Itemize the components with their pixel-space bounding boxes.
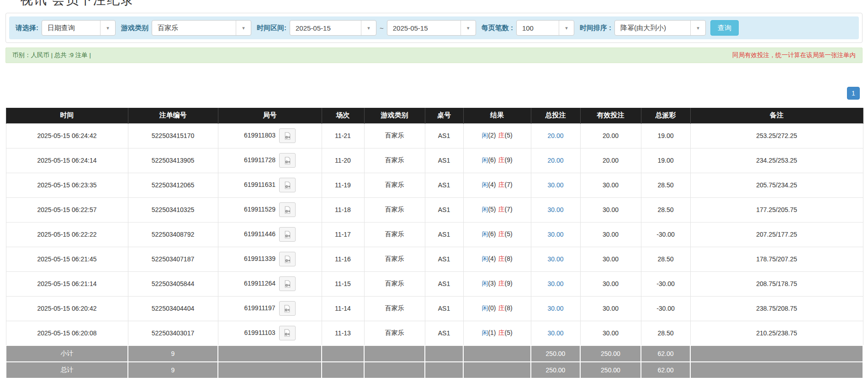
cell-time: 2025-05-15 06:20:08	[6, 321, 128, 345]
page-title: 视讯 会员下注纪录	[20, 0, 863, 6]
query-type-select[interactable]: 日期查询 ▾	[42, 20, 116, 36]
total-bet-link[interactable]: 20.00	[547, 157, 563, 164]
chevron-down-icon: ▾	[460, 21, 476, 35]
header-result: 结果	[463, 108, 531, 123]
cell-game-type: 百家乐	[364, 247, 425, 271]
empty-cell	[463, 362, 531, 378]
result-player-label: 闲	[482, 230, 488, 238]
cell-table-no: AS1	[425, 148, 463, 173]
total-row: 总计 9 250.00 250.00 62.00	[6, 362, 863, 378]
notice-text: 同局有效投注，统一计算在该局第一张注单内	[732, 51, 856, 59]
result-player-label: 闲	[482, 132, 488, 139]
page-size-select[interactable]: 100 ▾	[516, 20, 574, 36]
total-bet-link[interactable]: 30.00	[547, 280, 563, 287]
cell-result: 闲(2)庄(5)	[463, 123, 531, 148]
game-type-select[interactable]: 百家乐 ▾	[152, 20, 251, 36]
result-player-value: (2)	[488, 132, 496, 139]
result-banker-label: 庄	[498, 329, 505, 336]
cell-table-no: AS1	[425, 197, 463, 222]
cell-time: 2025-05-15 06:24:14	[6, 148, 128, 173]
empty-cell	[425, 345, 463, 362]
result-banker-value: (5)	[505, 132, 513, 139]
page-container: 视讯 会员下注纪录 请选择: 日期查询 ▾ 游戏类别 百家乐 ▾ 时间区间: 2…	[0, 0, 868, 379]
video-replay-button[interactable]	[279, 326, 296, 340]
cell-bet-id: 522503415170	[128, 123, 218, 148]
cell-bet-id: 522503412065	[128, 173, 218, 197]
date-from-select[interactable]: 2025-05-15 ▾	[290, 20, 376, 36]
cell-valid-bet: 20.00	[580, 123, 641, 148]
total-bet-link[interactable]: 30.00	[547, 181, 563, 189]
total-bet-link[interactable]: 30.00	[547, 329, 563, 337]
total-bet-link[interactable]: 30.00	[547, 231, 563, 238]
subtotal-row: 小计 9 250.00 250.00 62.00	[6, 345, 863, 362]
video-replay-button[interactable]	[279, 227, 296, 242]
date-to-select[interactable]: 2025-05-15 ▾	[387, 20, 476, 36]
pagination-page-1[interactable]: 1	[847, 87, 860, 100]
cell-round-id: 619911103	[218, 321, 322, 345]
cell-game-type: 百家乐	[364, 173, 425, 197]
total-bet-link[interactable]: 30.00	[547, 206, 563, 213]
video-replay-button[interactable]	[279, 202, 296, 217]
total-bet-link[interactable]: 20.00	[547, 132, 563, 139]
total-payout: 62.00	[641, 362, 690, 378]
video-replay-button[interactable]	[279, 128, 296, 143]
table-row: 2025-05-15 06:20:08522503403017619911103…	[6, 321, 863, 345]
result-banker-label: 庄	[498, 230, 505, 238]
total-count: 9	[128, 362, 218, 378]
total-bet-link[interactable]: 30.00	[547, 255, 563, 263]
video-replay-button[interactable]	[279, 276, 296, 291]
result-banker-label: 庄	[498, 280, 505, 287]
result-player-label: 闲	[482, 280, 488, 287]
cell-total-bet: 30.00	[531, 271, 580, 296]
result-player-value: (4)	[488, 255, 496, 262]
cell-game-type: 百家乐	[364, 148, 425, 173]
table-row: 2025-05-15 06:24:42522503415170619911803…	[6, 123, 863, 148]
total-valid-bet: 250.00	[580, 362, 641, 378]
cell-time: 2025-05-15 06:20:42	[6, 296, 128, 321]
video-replay-button[interactable]	[279, 153, 296, 168]
round-id-text: 619911529	[244, 206, 275, 213]
subtotal-count: 9	[128, 345, 218, 362]
result-banker-value: (5)	[505, 230, 513, 238]
cell-bet-id: 522503410325	[128, 197, 218, 222]
summary-bar: 币别：人民币 | 总共 :9 注单 | 同局有效投注，统一计算在该局第一张注单内	[5, 48, 863, 63]
cell-note: 234.25/253.25	[690, 148, 863, 173]
search-button[interactable]: 查询	[710, 20, 739, 36]
empty-cell	[425, 362, 463, 378]
video-file-icon	[284, 255, 291, 263]
result-banker-label: 庄	[498, 132, 505, 139]
cell-round-id: 619911264	[218, 271, 322, 296]
chevron-down-icon: ▾	[100, 21, 115, 35]
cell-payout: 28.50	[641, 247, 690, 271]
table-row: 2025-05-15 06:22:22522503408792619911446…	[6, 222, 863, 247]
cell-session: 11-16	[322, 247, 364, 271]
cell-result: 闲(5)庄(7)	[463, 197, 531, 222]
cell-bet-id: 522503403017	[128, 321, 218, 345]
cell-valid-bet: 30.00	[580, 321, 641, 345]
table-header-row: 时间 注单编号 局号 场次 游戏类别 桌号 结果 总投注 有效投注 总派彩 备注	[6, 108, 863, 123]
video-replay-button[interactable]	[279, 178, 296, 192]
cell-session: 11-18	[322, 197, 364, 222]
total-bet-link[interactable]: 30.00	[547, 305, 563, 312]
result-player-value: (0)	[488, 304, 496, 312]
video-replay-button[interactable]	[279, 301, 296, 316]
round-id-text: 619911631	[244, 181, 275, 188]
game-type-value: 百家乐	[152, 24, 236, 32]
cell-result: 闲(0)庄(8)	[463, 296, 531, 321]
cell-valid-bet: 30.00	[580, 296, 641, 321]
cell-valid-bet: 30.00	[580, 173, 641, 197]
cell-table-no: AS1	[425, 296, 463, 321]
header-payout: 总派彩	[641, 108, 690, 123]
cell-table-no: AS1	[425, 321, 463, 345]
round-id-text: 619911339	[244, 255, 275, 262]
result-player-label: 闲	[482, 329, 488, 336]
result-banker-value: (9)	[505, 280, 513, 287]
empty-cell	[322, 362, 364, 378]
sort-select[interactable]: 降幂(由大到小) ▾	[614, 20, 706, 36]
cell-total-bet: 20.00	[531, 148, 580, 173]
cell-session: 11-20	[322, 148, 364, 173]
video-replay-button[interactable]	[279, 252, 296, 266]
cell-payout: -30.00	[641, 271, 690, 296]
empty-cell	[218, 362, 322, 378]
header-bet-id: 注单编号	[128, 108, 218, 123]
